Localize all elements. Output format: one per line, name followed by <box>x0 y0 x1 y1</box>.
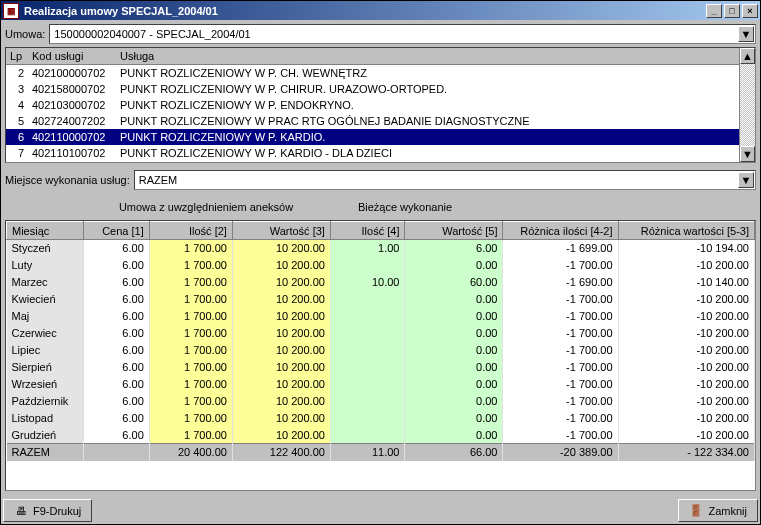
close-button[interactable]: × <box>742 4 758 18</box>
cell-r1: -1 700.00 <box>503 342 618 359</box>
cell-ilosc2 <box>330 291 405 308</box>
cell-wart2: 0.00 <box>405 325 503 342</box>
cell-wart2: 0.00 <box>405 291 503 308</box>
cell-usluga: PUNKT ROZLICZENIOWY W P. CHIRUR. URAZOWO… <box>116 83 739 95</box>
table-row[interactable]: Kwiecień6.001 700.0010 200.000.00-1 700.… <box>7 291 755 308</box>
miejsce-combo[interactable]: RAZEM ▼ <box>134 170 756 190</box>
scroll-up-icon[interactable]: ▲ <box>740 48 755 64</box>
group-headers: Umowa z uwzględnieniem aneksów Bieżące w… <box>5 193 756 217</box>
cell-r1: -1 700.00 <box>503 359 618 376</box>
chevron-down-icon[interactable]: ▼ <box>738 172 754 188</box>
table-row[interactable]: Wrzesień6.001 700.0010 200.000.00-1 700.… <box>7 376 755 393</box>
chevron-down-icon[interactable]: ▼ <box>738 26 754 42</box>
cell-r1: -1 700.00 <box>503 376 618 393</box>
col-usluga: Usługa <box>116 50 739 62</box>
cell-r2: -10 200.00 <box>618 342 754 359</box>
list-item[interactable]: 5402724007202PUNKT ROZLICZENIOWY W PRAC … <box>6 113 739 129</box>
cell-r1: -1 700.00 <box>503 325 618 342</box>
cell-kod: 402110000702 <box>28 131 116 143</box>
cell-wart: 10 200.00 <box>232 240 330 257</box>
print-button[interactable]: 🖶 F9-Drukuj <box>3 499 92 522</box>
app-icon: ▦ <box>3 3 19 19</box>
table-row[interactable]: Luty6.001 700.0010 200.000.00-1 700.00-1… <box>7 257 755 274</box>
h-cena: Cena [1] <box>83 222 149 240</box>
cell-ilosc2 <box>330 342 405 359</box>
cell-wart2: 60.00 <box>405 274 503 291</box>
cell-r1: -1 700.00 <box>503 393 618 410</box>
close-action-button[interactable]: 🚪 Zamknij <box>678 499 758 522</box>
list-item[interactable]: 6402110000702PUNKT ROZLICZENIOWY W P. KA… <box>6 129 739 145</box>
cell-r2: -10 200.00 <box>618 308 754 325</box>
cell-wart: 10 200.00 <box>232 308 330 325</box>
cell-r2: -10 200.00 <box>618 257 754 274</box>
scroll-down-icon[interactable]: ▼ <box>740 146 755 162</box>
cell-cena: 6.00 <box>83 410 149 427</box>
list-item[interactable]: 3402158000702PUNKT ROZLICZENIOWY W P. CH… <box>6 81 739 97</box>
cell-wart2: 0.00 <box>405 376 503 393</box>
app-window: ▦ Realizacja umowy SPECJAL_2004/01 _ □ ×… <box>0 0 761 525</box>
maximize-button[interactable]: □ <box>724 4 740 18</box>
cell-month: Grudzień <box>7 427 84 444</box>
cell-r1: -1 700.00 <box>503 410 618 427</box>
table-row[interactable]: Grudzień6.001 700.0010 200.000.00-1 700.… <box>7 427 755 444</box>
cell-ilosc2: 1.00 <box>330 240 405 257</box>
cell-ilosc: 1 700.00 <box>149 427 232 444</box>
cell-kod: 402724007202 <box>28 115 116 127</box>
table-row[interactable]: Marzec6.001 700.0010 200.0010.0060.00-1 … <box>7 274 755 291</box>
table-row[interactable]: Lipiec6.001 700.0010 200.000.00-1 700.00… <box>7 342 755 359</box>
cell-kod: 402100000702 <box>28 67 116 79</box>
cell-wart: 10 200.00 <box>232 410 330 427</box>
minimize-button[interactable]: _ <box>706 4 722 18</box>
cell-ilosc: 1 700.00 <box>149 274 232 291</box>
list-header: Lp Kod usługi Usługa <box>6 48 739 65</box>
table-row[interactable]: Czerwiec6.001 700.0010 200.000.00-1 700.… <box>7 325 755 342</box>
table-row[interactable]: Styczeń6.001 700.0010 200.001.006.00-1 6… <box>7 240 755 257</box>
cell-usluga: PUNKT ROZLICZENIOWY W P. CH. WEWNĘTRZ <box>116 67 739 79</box>
cell-cena: 6.00 <box>83 393 149 410</box>
table-row[interactable]: Sierpień6.001 700.0010 200.000.00-1 700.… <box>7 359 755 376</box>
cell-r2: -10 200.00 <box>618 359 754 376</box>
cell-ilosc: 1 700.00 <box>149 257 232 274</box>
cell-wart2: 0.00 <box>405 410 503 427</box>
cell-month: Marzec <box>7 274 84 291</box>
list-item[interactable]: 7402110100702PUNKT ROZLICZENIOWY W P. KA… <box>6 145 739 161</box>
cell-lp: 7 <box>6 147 28 159</box>
cell-ilosc: 1 700.00 <box>149 359 232 376</box>
cell-cena: 6.00 <box>83 257 149 274</box>
umowa-combo[interactable]: 150000002040007 - SPECJAL_2004/01 ▼ <box>49 24 756 44</box>
cell-ilosc2 <box>330 325 405 342</box>
group-biezace: Bieżące wykonanie <box>317 201 493 213</box>
table-row[interactable]: Maj6.001 700.0010 200.000.00-1 700.00-10… <box>7 308 755 325</box>
scrollbar[interactable]: ▲ ▼ <box>739 48 755 162</box>
footer: 🖶 F9-Drukuj 🚪 Zamknij <box>1 495 760 524</box>
door-icon: 🚪 <box>689 504 703 518</box>
scroll-track[interactable] <box>740 64 755 146</box>
cell-lp: 2 <box>6 67 28 79</box>
list-item[interactable]: 4402103000702PUNKT ROZLICZENIOWY W P. EN… <box>6 97 739 113</box>
cell-r1: -1 690.00 <box>503 274 618 291</box>
cell-ilosc: 1 700.00 <box>149 308 232 325</box>
cell-r2: -10 200.00 <box>618 393 754 410</box>
grid-header-row: Miesiąc Cena [1] Ilość [2] Wartość [3] I… <box>7 222 755 240</box>
close-label: Zamknij <box>708 505 747 517</box>
table-row[interactable]: Listopad6.001 700.0010 200.000.00-1 700.… <box>7 410 755 427</box>
miejsce-value: RAZEM <box>139 174 178 186</box>
cell-cena: 6.00 <box>83 274 149 291</box>
cell-cena: 6.00 <box>83 291 149 308</box>
printer-icon: 🖶 <box>14 504 28 518</box>
cell-ilosc2: 10.00 <box>330 274 405 291</box>
cell-r2: -10 140.00 <box>618 274 754 291</box>
cell-ilosc2 <box>330 376 405 393</box>
cell-cena: 6.00 <box>83 376 149 393</box>
cell-cena: 6.00 <box>83 359 149 376</box>
table-row[interactable]: Październik6.001 700.0010 200.000.00-1 7… <box>7 393 755 410</box>
cell-r1: -1 699.00 <box>503 240 618 257</box>
cell-wart2: 0.00 <box>405 257 503 274</box>
cell-lp: 3 <box>6 83 28 95</box>
list-item[interactable]: 2402100000702PUNKT ROZLICZENIOWY W P. CH… <box>6 65 739 81</box>
cell-r2: -10 200.00 <box>618 325 754 342</box>
cell-r2: -10 200.00 <box>618 376 754 393</box>
cell-cena: 6.00 <box>83 427 149 444</box>
cell-wart2: 0.00 <box>405 393 503 410</box>
cell-usluga: PUNKT ROZLICZENIOWY W PRAC RTG OGÓLNEJ B… <box>116 115 739 127</box>
